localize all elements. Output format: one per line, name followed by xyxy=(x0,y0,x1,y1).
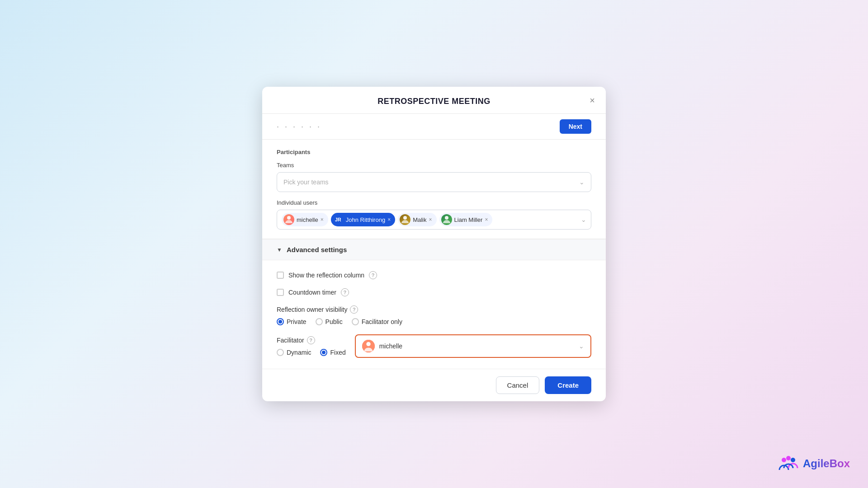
facilitator-only-radio-label: Facilitator only xyxy=(362,318,402,325)
avatar-malik xyxy=(400,214,410,225)
fixed-radio-label: Fixed xyxy=(330,349,345,356)
facilitator-label: Facilitator xyxy=(277,337,304,344)
reflection-visibility-container: Reflection owner visibility ? Private Pu… xyxy=(277,305,591,325)
svg-point-2 xyxy=(445,216,448,220)
facilitator-chevron-icon: ⌄ xyxy=(579,343,584,350)
show-reflection-row: Show the reflection column ? xyxy=(277,271,591,279)
countdown-checkbox[interactable] xyxy=(277,289,284,296)
visibility-option-public[interactable]: Public xyxy=(316,318,343,325)
countdown-label: Countdown timer xyxy=(288,289,336,296)
user-tag-malik[interactable]: Malik × xyxy=(398,213,436,226)
facilitator-type-radio-group: Dynamic Fixed xyxy=(277,349,346,356)
private-radio-btn[interactable] xyxy=(277,318,284,325)
participants-section: Participants Teams Pick your teams ⌄ Ind… xyxy=(262,140,606,239)
close-button[interactable]: × xyxy=(588,94,597,107)
private-radio-label: Private xyxy=(287,318,307,325)
settings-area: Show the reflection column ? Countdown t… xyxy=(262,260,606,369)
tag-label-malik: Malik xyxy=(413,216,426,223)
visibility-option-facilitator-only[interactable]: Facilitator only xyxy=(352,318,402,325)
svg-point-7 xyxy=(786,456,791,460)
teams-label: Teams xyxy=(277,162,591,169)
show-reflection-checkbox[interactable] xyxy=(277,272,284,279)
facilitator-dynamic-option[interactable]: Dynamic xyxy=(277,349,311,356)
svg-point-4 xyxy=(366,342,370,346)
top-bar-area: · · · · · · Next xyxy=(262,114,606,140)
modal-header: RETROSPECTIVE MEETING × xyxy=(262,87,606,114)
user-tag-liam[interactable]: Liam Miller × xyxy=(439,213,493,226)
cancel-button[interactable]: Cancel xyxy=(496,376,540,394)
individual-users-label: Individual users xyxy=(277,199,591,206)
visibility-radio-group: Private Public Facilitator only xyxy=(277,318,591,325)
remove-john-icon[interactable]: × xyxy=(387,217,391,222)
tag-label-john: John Ritthirong xyxy=(346,216,385,223)
visibility-option-private[interactable]: Private xyxy=(277,318,307,325)
agilebox-brand-name: AgileBox xyxy=(803,457,850,470)
advanced-settings-toggle[interactable]: ▼ Advanced settings xyxy=(262,239,606,260)
avatar-liam xyxy=(441,214,452,225)
teams-chevron-icon: ⌄ xyxy=(579,178,585,186)
modal-body: · · · · · · Next Participants Teams Pick… xyxy=(262,114,606,369)
facilitator-help-icon[interactable]: ? xyxy=(307,336,315,344)
show-reflection-help-icon[interactable]: ? xyxy=(369,271,377,279)
facilitator-selected-name: michelle xyxy=(379,343,574,350)
facilitator-select-wrapper: michelle ⌄ xyxy=(355,334,591,358)
facilitator-left: Facilitator ? Dynamic Fixed xyxy=(277,336,346,356)
facilitator-avatar xyxy=(362,340,375,352)
modal: RETROSPECTIVE MEETING × · · · · · · Next… xyxy=(262,87,606,401)
dynamic-radio-btn[interactable] xyxy=(277,349,284,356)
modal-footer: Cancel Create xyxy=(262,369,606,401)
tag-label-liam: Liam Miller xyxy=(454,216,483,223)
avatar-michelle xyxy=(283,214,294,225)
tag-label-michelle: michelle xyxy=(297,216,318,223)
facilitator-fixed-option[interactable]: Fixed xyxy=(320,349,345,356)
teams-dropdown[interactable]: Pick your teams ⌄ xyxy=(277,172,591,192)
svg-point-6 xyxy=(791,458,795,462)
agilebox-logo-icon xyxy=(778,453,799,474)
public-radio-btn[interactable] xyxy=(316,318,323,325)
modal-overlay: RETROSPECTIVE MEETING × · · · · · · Next… xyxy=(0,0,868,488)
avatar-john: JR xyxy=(333,214,344,225)
teams-placeholder: Pick your teams xyxy=(283,178,329,186)
participants-label: Participants xyxy=(277,149,591,155)
facilitator-select-dropdown[interactable]: michelle ⌄ xyxy=(355,334,591,358)
reflection-visibility-label: Reflection owner visibility ? xyxy=(277,305,591,314)
reflection-visibility-help-icon[interactable]: ? xyxy=(350,305,358,314)
users-chevron-icon: ⌄ xyxy=(581,216,586,223)
facilitator-row: Facilitator ? Dynamic Fixed xyxy=(277,334,591,358)
public-radio-label: Public xyxy=(326,318,343,325)
remove-michelle-icon[interactable]: × xyxy=(321,217,324,222)
countdown-help-icon[interactable]: ? xyxy=(341,288,349,296)
facilitator-label-row: Facilitator ? xyxy=(277,336,346,344)
modal-title: RETROSPECTIVE MEETING xyxy=(377,97,491,106)
individual-users-field[interactable]: michelle × JR John Ritthirong × xyxy=(277,210,591,230)
user-tag-michelle[interactable]: michelle × xyxy=(282,213,328,226)
advanced-settings-label: Advanced settings xyxy=(287,246,347,253)
show-reflection-label: Show the reflection column xyxy=(288,272,364,279)
countdown-row: Countdown timer ? xyxy=(277,288,591,296)
dynamic-radio-label: Dynamic xyxy=(287,349,311,356)
svg-point-0 xyxy=(287,216,291,220)
svg-point-5 xyxy=(782,458,786,462)
facilitator-only-radio-btn[interactable] xyxy=(352,318,359,325)
create-button[interactable]: Create xyxy=(545,376,591,394)
collapse-icon: ▼ xyxy=(277,247,282,253)
user-tag-john[interactable]: JR John Ritthirong × xyxy=(331,213,395,226)
remove-liam-icon[interactable]: × xyxy=(485,217,488,222)
remove-malik-icon[interactable]: × xyxy=(429,217,432,222)
step-dots: · · · · · · xyxy=(277,122,321,131)
fixed-radio-btn[interactable] xyxy=(320,349,327,356)
next-button[interactable]: Next xyxy=(560,119,591,134)
agilebox-logo: AgileBox xyxy=(778,453,850,474)
svg-point-1 xyxy=(403,216,407,220)
